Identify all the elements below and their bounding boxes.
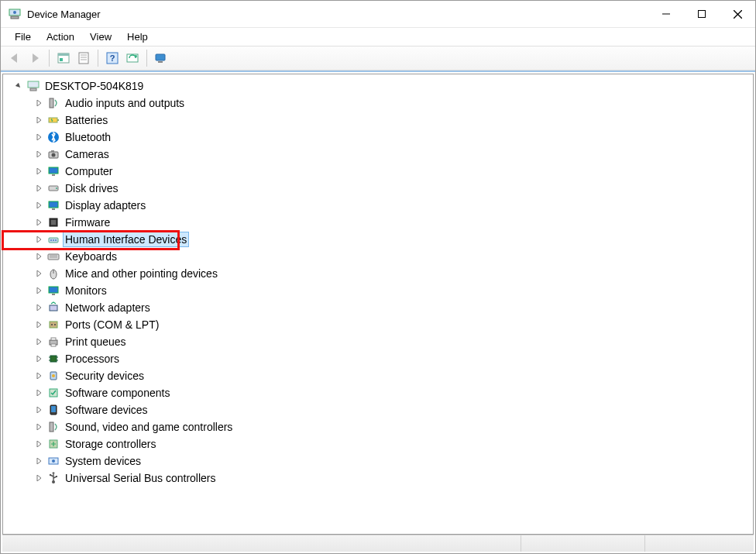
title-bar: Device Manager	[1, 1, 755, 27]
tree-node-label: Sound, video and game controllers	[64, 420, 234, 434]
status-cell	[645, 535, 754, 552]
scan-button[interactable]	[123, 49, 142, 67]
tree-node[interactable]: Mice and other pointing devices	[6, 265, 753, 282]
expand-icon[interactable]	[34, 269, 43, 278]
collapse-icon[interactable]	[14, 81, 23, 91]
tree-node-label: Security devices	[64, 369, 146, 383]
expand-icon[interactable]	[34, 456, 43, 466]
content-area: DESKTOP-504K819 Audio inputs and outputs…	[1, 71, 755, 553]
tree-node[interactable]: Sound, video and game controllers	[6, 418, 753, 435]
devices-button[interactable]	[152, 49, 170, 67]
menu-action[interactable]: Action	[39, 29, 82, 45]
svg-text:?: ?	[110, 53, 115, 63]
keyboard-icon	[46, 250, 60, 263]
expand-icon[interactable]	[34, 132, 43, 142]
expand-icon[interactable]	[34, 303, 43, 312]
tree-node-label: Bluetooth	[64, 130, 112, 144]
tree-node-label: Cameras	[64, 147, 111, 161]
expand-icon[interactable]	[34, 167, 43, 176]
tree-node-label: Ports (COM & LPT)	[64, 318, 160, 332]
expand-icon[interactable]	[34, 98, 43, 108]
printer-icon	[46, 335, 60, 348]
computer-icon	[26, 80, 40, 92]
close-button[interactable]	[720, 2, 755, 26]
tree-node[interactable]: Processors	[6, 350, 753, 367]
tree-node[interactable]: Display adapters	[6, 197, 753, 214]
svg-rect-9	[60, 58, 63, 61]
toolbar-separator	[146, 50, 147, 67]
hid-icon	[46, 233, 60, 246]
tree-node[interactable]: Human Interface Devices	[6, 231, 753, 248]
tree-node[interactable]: Storage controllers	[6, 435, 753, 452]
expand-icon[interactable]	[34, 422, 43, 432]
status-cell	[2, 535, 521, 552]
usb-icon	[46, 472, 60, 484]
device-tree-panel[interactable]: DESKTOP-504K819 Audio inputs and outputs…	[2, 74, 754, 535]
help-button[interactable]: ?	[103, 49, 122, 67]
minimize-button[interactable]	[648, 2, 684, 26]
network-icon	[46, 301, 60, 314]
tree-node[interactable]: System devices	[6, 452, 753, 470]
tree-node-label: Display adapters	[64, 198, 147, 212]
tree-node[interactable]: Security devices	[6, 367, 753, 384]
tree-node[interactable]: Batteries	[6, 112, 753, 129]
tree-node-label: Audio inputs and outputs	[64, 96, 186, 110]
tree-node[interactable]: Audio inputs and outputs	[6, 95, 753, 112]
tree-node-label: Storage controllers	[64, 437, 158, 451]
expand-icon[interactable]	[34, 184, 43, 193]
back-button[interactable]	[5, 49, 24, 67]
tree-root[interactable]: DESKTOP-504K819	[6, 77, 753, 95]
menu-bar: File Action View Help	[1, 27, 755, 46]
tree-node-label: Print queues	[64, 335, 128, 349]
tree-node[interactable]: Ports (COM & LPT)	[6, 316, 753, 333]
speaker-icon	[46, 421, 60, 433]
expand-icon[interactable]	[34, 150, 43, 159]
tree-node[interactable]: Universal Serial Bus controllers	[6, 470, 753, 487]
monitor-icon	[46, 165, 60, 177]
expand-icon[interactable]	[34, 371, 43, 380]
expand-icon[interactable]	[34, 252, 43, 261]
status-cell	[521, 535, 645, 552]
expand-icon[interactable]	[34, 320, 43, 329]
svg-rect-20	[30, 88, 36, 91]
expand-icon[interactable]	[34, 337, 43, 346]
tree-node-label: System devices	[64, 454, 143, 468]
maximize-button[interactable]	[684, 2, 720, 26]
tree-node[interactable]: Software components	[6, 384, 753, 401]
expand-icon[interactable]	[34, 405, 43, 415]
storage-icon	[46, 438, 60, 450]
tree-node-label: Disk drives	[64, 181, 119, 195]
tree-node[interactable]: Bluetooth	[6, 129, 753, 146]
cpu-icon	[46, 353, 60, 365]
tree-node-label: Firmware	[64, 215, 112, 229]
expand-icon[interactable]	[34, 473, 43, 483]
menu-help[interactable]: Help	[119, 29, 156, 45]
tree-node[interactable]: Keyboards	[6, 248, 753, 265]
tree-node-label: Network adapters	[64, 301, 152, 315]
expand-icon[interactable]	[34, 235, 43, 244]
expand-icon[interactable]	[34, 354, 43, 363]
properties-button[interactable]	[74, 49, 93, 67]
expand-icon[interactable]	[34, 218, 43, 227]
menu-view[interactable]: View	[82, 29, 119, 45]
tree-node[interactable]: Network adapters	[6, 299, 753, 316]
expand-icon[interactable]	[34, 286, 43, 295]
tree-node[interactable]: Firmware	[6, 214, 753, 231]
expand-icon[interactable]	[34, 115, 43, 125]
device-tree: DESKTOP-504K819 Audio inputs and outputs…	[6, 77, 753, 487]
tree-node[interactable]: Disk drives	[6, 180, 753, 197]
show-pane-button[interactable]	[54, 49, 73, 67]
tree-node[interactable]: Monitors	[6, 282, 753, 299]
tree-node[interactable]: Cameras	[6, 146, 753, 163]
expand-icon[interactable]	[34, 388, 43, 397]
swcomp-icon	[46, 387, 60, 399]
expand-icon[interactable]	[34, 439, 43, 449]
tree-node[interactable]: Print queues	[6, 333, 753, 350]
menu-file[interactable]: File	[7, 29, 39, 45]
tree-node[interactable]: Software devices	[6, 401, 753, 418]
monitor-icon	[46, 199, 60, 212]
tree-node[interactable]: Computer	[6, 163, 753, 180]
forward-button[interactable]	[26, 49, 44, 67]
monitor-icon	[46, 284, 60, 297]
expand-icon[interactable]	[34, 201, 43, 210]
